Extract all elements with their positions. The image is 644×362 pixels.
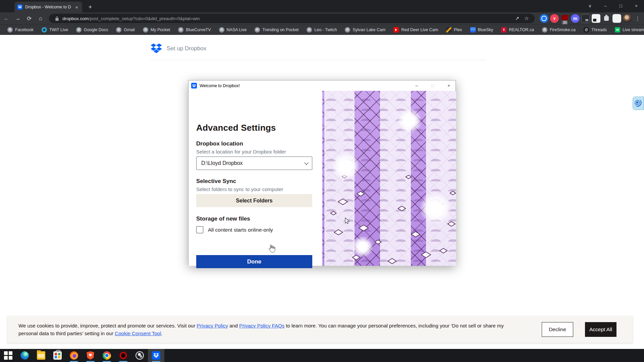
pip-dark-extension-icon[interactable]: [581, 14, 590, 23]
bookmark-label: Trending on Pocket: [262, 27, 299, 32]
tab-search-icon[interactable]: ∨: [582, 0, 598, 11]
bookmark-bluecurvetv[interactable]: BlueCurveTV: [175, 26, 214, 34]
dialog-titlebar[interactable]: Welcome to Dropbox! – □ ×: [189, 80, 455, 91]
page-title: Set up Dropbox: [167, 45, 206, 52]
bookmark-facebook[interactable]: Facebook: [4, 26, 37, 34]
bluesky-favicon-icon: [470, 27, 476, 33]
taskbar-chrome-button[interactable]: [99, 349, 115, 362]
bookmark-label: Google Docs: [84, 27, 108, 32]
welcome-dialog: Welcome to Dropbox! – □ × Advanced Setti…: [188, 80, 456, 265]
reload-icon[interactable]: ⟳: [24, 13, 34, 23]
globe-favicon-icon: [255, 27, 260, 33]
globe-favicon-icon: [143, 27, 148, 33]
cookie-text-segment: We use cookies to provide, improve, prot…: [18, 323, 197, 328]
bookmark-bluesky[interactable]: BlueSky: [467, 26, 497, 34]
pocket-extension-icon[interactable]: v: [550, 14, 559, 23]
taskbar-firefox-button[interactable]: [66, 349, 82, 362]
cookie-consent-tool-link[interactable]: Cookie Consent Tool: [115, 330, 161, 336]
selective-sync-hint: Select folders to sync to your computer: [196, 186, 312, 192]
page-header: Set up Dropbox: [151, 43, 206, 54]
side-panel-widget[interactable]: [633, 97, 644, 110]
globe-favicon-icon: [542, 27, 547, 33]
bookmark-realtor-ca[interactable]: ‖REALTOR.ca: [498, 26, 537, 34]
share-icon[interactable]: ↗: [513, 14, 522, 23]
dialog-settings-pane: Advanced Settings Dropbox location Selec…: [189, 91, 322, 266]
url-bar[interactable]: dropbox.com/post_complete_setup?cdo=0&di…: [49, 14, 535, 23]
bookmark-label: Facebook: [15, 27, 34, 32]
bookmark-nasa-live[interactable]: NASA Live: [216, 26, 250, 34]
extensions-puzzle-icon[interactable]: [602, 14, 611, 23]
dialog-artwork: [322, 91, 456, 266]
taskbar-start-button[interactable]: [0, 349, 16, 362]
obs-icon: [136, 351, 144, 360]
decline-button[interactable]: Decline: [542, 322, 573, 337]
bookmark-trending-on-pocket[interactable]: Trending on Pocket: [251, 26, 302, 34]
privacy-policy-link[interactable]: Privacy Policy: [197, 323, 228, 328]
new-tab-button[interactable]: +: [86, 3, 95, 11]
bookmark-leo-twitch[interactable]: Leo - Twitch: [303, 26, 340, 34]
selective-sync-label: Selective Sync: [196, 178, 312, 185]
taskbar-store-button[interactable]: [49, 349, 66, 362]
ublock-extension-icon[interactable]: 30: [560, 14, 569, 23]
dialog-minimize-button[interactable]: –: [410, 80, 423, 91]
bookmark-star-icon[interactable]: ☆: [522, 14, 531, 23]
forward-icon[interactable]: →: [13, 13, 23, 23]
bookmark-label: TWiT Live: [49, 27, 68, 32]
browser-menu-icon[interactable]: ⋮: [633, 14, 642, 23]
bookmark-gmail[interactable]: Gmail: [113, 26, 138, 34]
bookmark-firesmoke-ca[interactable]: FireSmoke.ca: [539, 26, 579, 34]
bookmark-label: Sylvan Lake Cam: [353, 27, 385, 32]
bookmark-label: NASA Live: [227, 27, 247, 32]
bookmark-label: Threads: [591, 27, 607, 32]
done-button[interactable]: Done: [196, 255, 312, 268]
bookmark-twit-live[interactable]: TWiT Live: [38, 26, 71, 34]
window-close-button[interactable]: ×: [629, 0, 644, 11]
window-maximize-button[interactable]: □: [613, 0, 629, 11]
globe-favicon-icon: [116, 27, 121, 33]
dialog-dropbox-icon: [191, 83, 197, 88]
location-select[interactable]: D:\Lloyd Dropbox: [196, 157, 312, 170]
select-folders-button[interactable]: Select Folders: [196, 194, 312, 207]
taskbar-redapp-button[interactable]: [115, 349, 131, 362]
url-text: dropbox.com/post_complete_setup?cdo=0&di…: [62, 16, 513, 21]
artwork-glow: [398, 108, 421, 134]
accept-all-button[interactable]: Accept All: [585, 322, 616, 337]
cookie-banner: We use cookies to provide, improve, prot…: [7, 316, 633, 343]
taskbar-obs-button[interactable]: [131, 349, 148, 362]
bookmark-label: Gmail: [124, 27, 135, 32]
bookmark-threads[interactable]: @Threads: [580, 26, 610, 34]
theme-extension-icon[interactable]: [612, 14, 621, 23]
taskbar-explorer-button[interactable]: [33, 349, 49, 362]
lock-icon: [55, 16, 59, 21]
back-icon[interactable]: ←: [1, 13, 11, 23]
tab-close-icon[interactable]: ×: [74, 4, 79, 10]
home-icon[interactable]: ⌂: [36, 13, 46, 23]
start-icon: [4, 351, 12, 360]
taskbar-brave-button[interactable]: [82, 349, 99, 362]
bookmark-google-docs[interactable]: Google Docs: [73, 26, 111, 34]
bookmark-red-deer-live-cam[interactable]: Red Deer Live Cam: [390, 26, 441, 34]
dialog-heading: Advanced Settings: [196, 123, 312, 133]
desktop-screen: Dropbox - Welcome to Dropbox × + ∨ – □ ×…: [0, 0, 644, 362]
firefox-icon: [70, 351, 78, 360]
redapp-icon: [119, 351, 127, 360]
browser-tab-active[interactable]: Dropbox - Welcome to Dropbox ×: [14, 2, 82, 12]
cookie-text-segment: .: [161, 330, 162, 336]
pip-white-extension-icon[interactable]: [592, 14, 600, 23]
window-minimize-button[interactable]: –: [598, 0, 613, 11]
online-only-checkbox[interactable]: [196, 226, 203, 233]
bookmark-label: Live stream - Wyze: [623, 27, 644, 32]
bookmark-sylvan-lake-cam[interactable]: Sylvan Lake Cam: [341, 26, 389, 34]
bookmark-my-pocket[interactable]: My Pocket: [140, 26, 173, 34]
taskbar-edge-button[interactable]: [16, 349, 33, 362]
bookmark-live-stream-wyze[interactable]: WLive stream - Wyze: [611, 26, 644, 34]
dialog-close-button[interactable]: ×: [442, 80, 455, 91]
onepassword-extension-icon[interactable]: [540, 14, 548, 23]
taskbar-dropbox-button[interactable]: [148, 349, 164, 362]
dialog-title: Welcome to Dropbox!: [200, 83, 407, 88]
cookie-text-segment: and: [228, 323, 239, 328]
mastodon-extension-icon[interactable]: m: [571, 14, 580, 23]
profile-avatar[interactable]: [623, 14, 632, 23]
privacy-faqs-link[interactable]: Privacy Policy FAQs: [239, 323, 284, 328]
bookmark-plex[interactable]: Plex: [443, 26, 465, 34]
